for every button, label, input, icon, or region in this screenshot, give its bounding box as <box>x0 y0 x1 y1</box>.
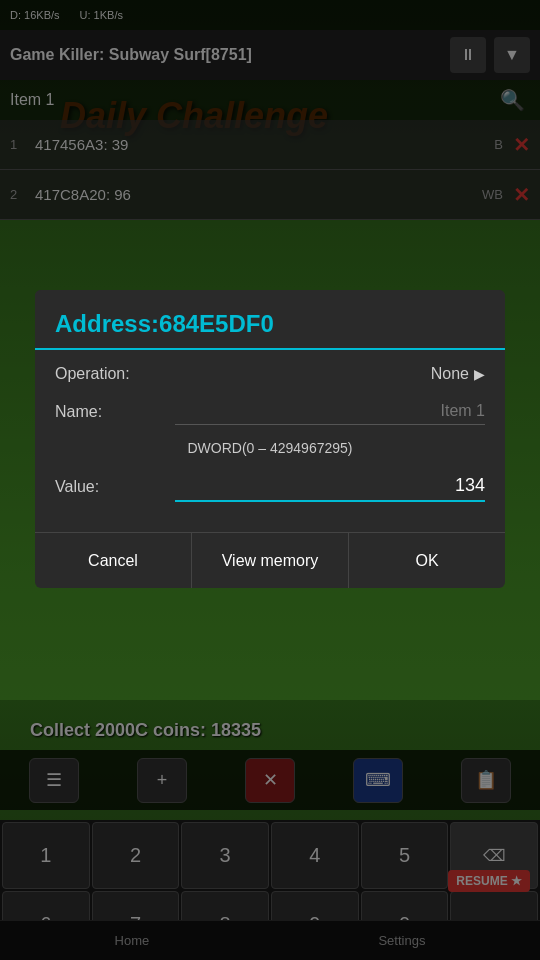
modal-address-text: Address:684E5DF0 <box>55 310 274 337</box>
modal-body: Operation: None ▶ Name: DWORD(0 – 429496… <box>35 350 505 532</box>
ok-button[interactable]: OK <box>349 533 505 588</box>
view-memory-button[interactable]: View memory <box>192 533 349 588</box>
name-input[interactable] <box>175 398 485 425</box>
value-label: Value: <box>55 478 175 496</box>
value-row: Value: <box>55 471 485 502</box>
name-label: Name: <box>55 403 175 421</box>
operation-row: Operation: None ▶ <box>55 365 485 383</box>
value-input[interactable] <box>175 471 485 502</box>
dword-range-row: DWORD(0 – 4294967295) <box>55 440 485 456</box>
dropdown-arrow-icon: ▶ <box>474 366 485 382</box>
modal-dialog: Address:684E5DF0 Operation: None ▶ Name:… <box>35 290 505 588</box>
name-row: Name: <box>55 398 485 425</box>
modal-buttons: Cancel View memory OK <box>35 532 505 588</box>
cancel-button[interactable]: Cancel <box>35 533 192 588</box>
dword-range-text: DWORD(0 – 4294967295) <box>188 440 353 456</box>
operation-label: Operation: <box>55 365 175 383</box>
operation-value: None <box>431 365 469 383</box>
modal-address-section: Address:684E5DF0 <box>35 290 505 350</box>
operation-dropdown[interactable]: None ▶ <box>175 365 485 383</box>
